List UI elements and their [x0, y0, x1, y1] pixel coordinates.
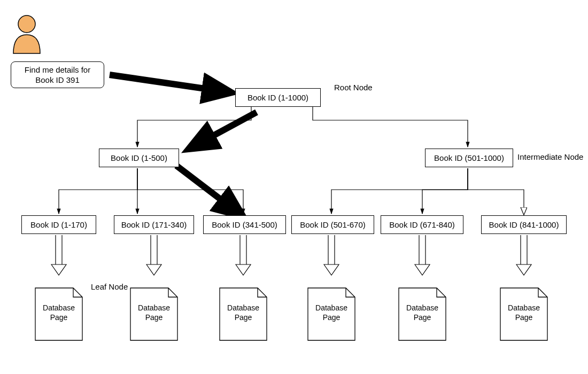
leaf-page-arrows [51, 235, 531, 275]
db-page-label: Database Page [35, 303, 83, 322]
db-page-label: Database Page [219, 303, 267, 322]
edge-r-leaf5 [422, 168, 468, 214]
db-page-label: Database Page [500, 303, 548, 322]
query-box: Find me details for Book ID 391 [11, 61, 104, 88]
leaf-4: Book ID (501-670) [291, 215, 374, 234]
db-page-6: Database Page [500, 287, 548, 341]
leaf-5: Book ID (671-840) [381, 215, 463, 234]
edge-l-leaf3 [137, 168, 243, 214]
db-page-4: Database Page [307, 287, 355, 341]
intermediate-node-label: Intermediate Node [517, 152, 583, 161]
svg-point-0 [18, 15, 35, 33]
db-page-2: Database Page [130, 287, 178, 341]
db-page-5: Database Page [398, 287, 446, 341]
intermediate-right: Book ID (501-1000) [425, 149, 513, 167]
db-page-label: Database Page [307, 303, 355, 322]
leaf-1: Book ID (1-170) [21, 215, 96, 234]
edge-l-leaf1 [59, 168, 137, 214]
root-node: Book ID (1-1000) [235, 88, 321, 107]
root-node-label: Root Node [334, 83, 373, 92]
leaf-2: Book ID (171-340) [114, 215, 194, 234]
edge-root-left [137, 107, 251, 147]
edge-r-leaf4 [331, 168, 468, 214]
leaf-6: Book ID (841-1000) [481, 215, 567, 234]
db-page-3: Database Page [219, 287, 267, 341]
leaf-3: Book ID (341-500) [203, 215, 286, 234]
user-icon [13, 15, 40, 53]
edge-r-leaf6 [468, 168, 524, 214]
path-arrow-2 [176, 166, 239, 214]
edge-root-right [313, 107, 468, 147]
db-page-label: Database Page [130, 303, 178, 322]
intermediate-left: Book ID (1-500) [99, 149, 179, 167]
db-page-1: Database Page [35, 287, 83, 341]
leaf-node-label: Leaf Node [91, 282, 128, 291]
query-arrow [110, 75, 227, 92]
path-arrow-1 [192, 112, 257, 147]
db-page-label: Database Page [398, 303, 446, 322]
